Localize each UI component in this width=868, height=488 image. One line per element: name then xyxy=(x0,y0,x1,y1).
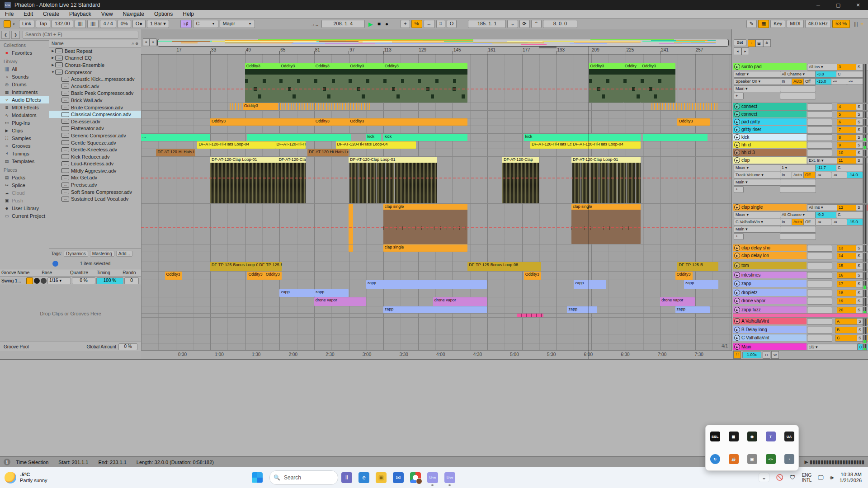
channel-menu[interactable]: 1 ▾ xyxy=(780,164,816,171)
pan-field[interactable]: C xyxy=(836,71,865,78)
loop-button[interactable]: ⟳ xyxy=(519,20,530,28)
punch-out-button[interactable]: ⌃ xyxy=(531,20,542,28)
io-box[interactable] xyxy=(807,327,832,333)
track-number[interactable]: 16 xyxy=(837,272,858,279)
clip[interactable]: Oddity3 xyxy=(524,272,541,280)
clip[interactable]: drone vapor xyxy=(314,297,366,306)
io-box[interactable] xyxy=(807,103,832,110)
width-zoom-button[interactable]: W xyxy=(771,351,779,359)
key-map-button[interactable]: Key xyxy=(770,20,785,28)
track-number[interactable]: 12 xyxy=(837,204,858,211)
clip[interactable] xyxy=(349,244,353,252)
clip[interactable]: Oddity3 xyxy=(243,103,278,110)
global-amount-field[interactable]: 0 % xyxy=(118,343,137,350)
send-1[interactable]: -∞ xyxy=(831,219,847,225)
nudge-down-button[interactable]: |||| xyxy=(75,20,86,28)
return-letter[interactable]: C xyxy=(835,335,858,342)
arrangement-options-icon[interactable]: ≡ xyxy=(143,38,150,46)
mixer-menu[interactable]: Mixer ▾ xyxy=(734,164,781,171)
track-activator-icon[interactable]: ▶ xyxy=(734,127,740,132)
follow-toggle-icon[interactable]: ◦ xyxy=(748,39,755,47)
track-activator-icon[interactable]: ▶ xyxy=(734,263,740,268)
taskbar-app-teams[interactable]: ii xyxy=(341,472,352,483)
sidebar-item-splice[interactable]: ✂Splice xyxy=(0,181,49,189)
return-letter[interactable]: A xyxy=(835,318,858,325)
clip[interactable]: Oddity3 xyxy=(589,63,623,103)
clip[interactable]: ... xyxy=(141,134,210,141)
time-signature-field[interactable]: 4 / 4 xyxy=(100,20,116,28)
sidebar-item-grooves[interactable]: ≈Grooves xyxy=(0,142,49,150)
browser-item[interactable]: ⋯Kick Reducer.adv xyxy=(49,153,141,160)
browser-item[interactable]: ⋯Sustained Lead Vocal.adv xyxy=(49,195,141,202)
clip[interactable]: DF-AT-120-Hi-Hats Loop-04 xyxy=(197,141,275,149)
loop-start-field[interactable]: 185. 1. 1 xyxy=(468,20,506,28)
clip[interactable]: kick xyxy=(524,134,641,141)
groove-random-field[interactable]: 0 xyxy=(124,277,139,284)
track-activator-icon[interactable]: ▶ xyxy=(734,134,740,140)
io-show-icon[interactable]: ≙ xyxy=(763,39,771,47)
browser-item[interactable]: ⋯Mix Gel.adv xyxy=(49,174,141,182)
time-ruler[interactable]: 0:301:001:302:002:303:003:304:004:305:00… xyxy=(141,351,731,359)
tray-chevron-icon[interactable]: ⌄ xyxy=(759,473,770,482)
taskbar-app-edge[interactable]: e xyxy=(359,472,369,483)
disclosure-icon[interactable]: ▶ xyxy=(51,49,55,53)
taskbar-app-chrome[interactable]: ◉ xyxy=(410,472,421,483)
clip[interactable]: Oddity xyxy=(623,63,641,103)
send-2[interactable]: -15.0 xyxy=(847,219,863,225)
track-activator-icon[interactable]: ▶ xyxy=(734,335,740,341)
track-header-tom[interactable]: ▶tom15S● xyxy=(733,262,868,272)
io-box[interactable] xyxy=(807,245,832,252)
automation-target-menu[interactable]: C-ValhallaVin ▾ xyxy=(734,219,781,225)
taskbar-app-explorer[interactable]: ▣ xyxy=(376,472,387,483)
groove-base-menu[interactable]: 1/16 ▾ xyxy=(47,277,71,284)
link-button[interactable]: Link xyxy=(19,20,34,28)
monitor-off[interactable]: Off xyxy=(803,219,816,225)
io-box[interactable] xyxy=(807,298,832,305)
lane-A-ValhallaVint[interactable] xyxy=(141,318,731,326)
punch-in-button[interactable]: ⌄ xyxy=(507,20,518,28)
return-letter[interactable]: B xyxy=(835,327,858,333)
automation-line[interactable] xyxy=(141,89,731,89)
zoom-readout[interactable]: 1.00x xyxy=(742,352,761,358)
sidebar-item-push[interactable]: ▣Push xyxy=(0,197,49,204)
clip[interactable]: Oddity3 xyxy=(349,63,383,103)
output-menu[interactable]: Main ▾ xyxy=(734,226,781,233)
lane-connect[interactable] xyxy=(141,111,731,118)
track-header-kick[interactable]: ▶kick8S◐ xyxy=(733,134,868,141)
automation-target-menu[interactable]: Track Volume ▾ xyxy=(734,172,781,178)
groove-timing-field[interactable]: 100 % xyxy=(96,277,123,284)
maximize-button[interactable]: ▢ xyxy=(828,0,848,10)
track-header-clap-delay-lon[interactable]: ▶clap delay lon14S◐ xyxy=(733,252,868,262)
groove-quantize-field[interactable]: 0 % xyxy=(72,277,95,284)
clip[interactable]: Oddity3 xyxy=(641,63,675,103)
lane-connect[interactable]: Oddity3 xyxy=(141,103,731,111)
lane-gritty-riser[interactable] xyxy=(141,126,731,134)
track-number[interactable]: 4 xyxy=(837,103,858,110)
sidebar-item-user-library[interactable]: ☻User Library xyxy=(0,204,49,212)
add-automation-lane[interactable]: + xyxy=(734,233,744,240)
track-activator-icon[interactable]: ▶ xyxy=(734,327,740,333)
browser-item[interactable]: ▶⋯Beat Repeat xyxy=(49,47,141,55)
pan-field[interactable]: C xyxy=(836,211,865,218)
browser-name-header[interactable]: Name△ ⊖ xyxy=(49,40,141,47)
lane-zapp[interactable]: zappzappzapp xyxy=(141,280,731,289)
session-record-button[interactable]: O xyxy=(447,20,457,28)
tray-icon-ssl[interactable]: SSL xyxy=(710,432,720,441)
clip[interactable]: DF-AT-120-Hi-Hats Loop-04 xyxy=(336,141,416,149)
set-locator-button[interactable]: Set xyxy=(734,39,746,46)
menu-navigate[interactable]: Navigate xyxy=(118,11,149,17)
clip[interactable]: Oddity3 xyxy=(264,272,282,280)
track-number[interactable]: 13 xyxy=(837,245,858,252)
empty-box2[interactable] xyxy=(780,85,816,92)
add-automation-lane[interactable]: + xyxy=(734,186,744,193)
draw-mode-button[interactable]: ✎ xyxy=(746,20,757,28)
clip[interactable]: Oddity3 xyxy=(675,272,693,280)
re-enable-automation-button[interactable]: ← xyxy=(424,20,435,28)
send-2[interactable]: -14.0 xyxy=(847,172,863,178)
clip[interactable] xyxy=(230,103,243,110)
empty-box[interactable] xyxy=(780,93,816,99)
automation-line[interactable] xyxy=(141,227,731,228)
clip[interactable]: Oddity3 xyxy=(677,118,710,126)
quantization-menu[interactable]: 1 Bar ▾ xyxy=(147,20,169,28)
track-header-pad-gritty[interactable]: ▶pad gritty6S◐ xyxy=(733,118,868,126)
